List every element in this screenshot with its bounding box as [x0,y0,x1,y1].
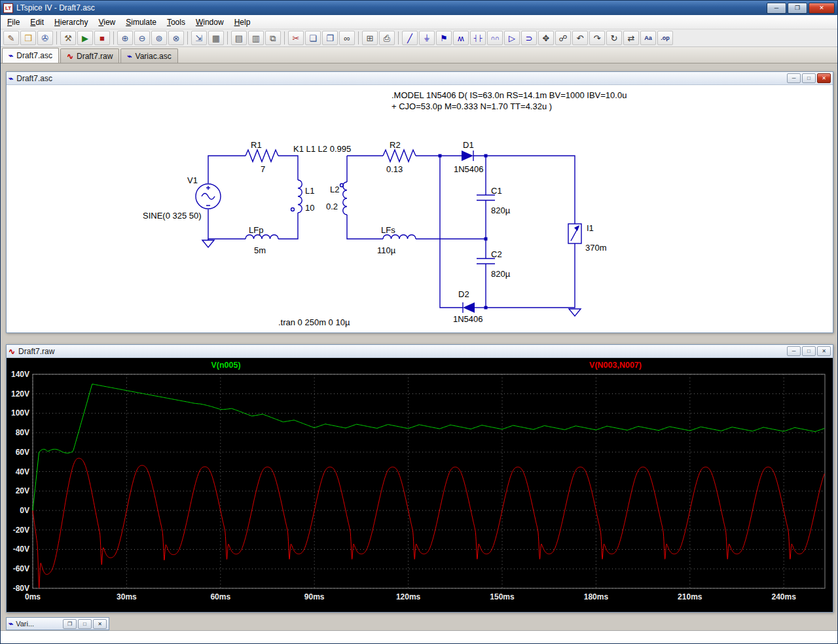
menu-view[interactable]: View [93,16,120,29]
waveform-minimize-button[interactable]: ─ [787,346,801,356]
copy-icon[interactable]: ❏ [305,31,321,45]
waveform-window: ∿ Draft7.raw ─ □ ✕ 0ms30ms60ms90ms120ms1… [6,344,833,613]
schematic-svg[interactable]: .MODEL 1N5406 D( IS=63.0n RS=14.1m BV=10… [7,85,833,332]
inductor-icon[interactable]: ∩∩ [487,31,503,45]
component-I1[interactable] [568,224,581,243]
label-net-icon[interactable]: ⚑ [436,31,452,45]
minimized-close-button[interactable]: ✕ [93,619,107,629]
waveform-window-titlebar[interactable]: ∿ Draft7.raw ─ □ ✕ [7,345,833,358]
component-C2[interactable] [477,259,495,264]
menu-edit[interactable]: Edit [25,16,49,29]
schematic-minimize-button[interactable]: ─ [787,73,801,83]
cascade-icon[interactable]: ⧉ [265,31,281,45]
schematic-doc-icon: ⌁ [127,52,132,61]
mirror-icon[interactable]: ⇄ [623,31,639,45]
x-tick-label: 120ms [396,592,421,601]
menu-help[interactable]: Help [229,16,256,29]
zoom-back-icon[interactable]: ⊖ [134,31,150,45]
ground-symbol-left[interactable] [202,240,214,247]
run-icon[interactable]: ▶ [77,31,93,45]
zoom-full-icon[interactable]: ⊚ [151,31,167,45]
component-LFs[interactable] [383,235,416,239]
grid-icon[interactable]: ▦ [208,31,224,45]
ground-symbol-right[interactable] [569,309,581,316]
menu-window[interactable]: Window [191,16,229,29]
diode-icon[interactable]: ▷ [504,31,520,45]
cut-icon[interactable]: ✂ [288,31,304,45]
component-L2[interactable] [340,182,348,215]
zoom-area-icon[interactable]: ⊗ [168,31,184,45]
menu-hierarchy[interactable]: Hierarchy [49,16,93,29]
waveform-plot[interactable]: 0ms30ms60ms90ms120ms150ms180ms210ms240ms… [7,358,833,612]
schematic-window-titlebar[interactable]: ⌁ Draft7.asc ─ □ ✕ [7,72,833,85]
svg-text:R1: R1 [251,140,262,150]
undo-icon[interactable]: ↶ [572,31,588,45]
halt-icon[interactable]: ■ [94,31,110,45]
ltspice-logo-icon: LT [3,3,13,13]
component-D1[interactable] [462,151,473,161]
waveform-close-button[interactable]: ✕ [817,346,831,356]
minimized-maximize-button[interactable]: □ [78,619,92,629]
autorange-icon[interactable]: ⇲ [191,31,207,45]
component-D2[interactable] [463,302,475,313]
svg-text:C2: C2 [491,249,502,259]
rotate-icon[interactable]: ↻ [606,31,622,45]
menu-file[interactable]: File [2,16,25,29]
save-icon[interactable]: ✇ [37,31,53,45]
component-R1[interactable] [246,150,278,162]
paste-icon[interactable]: ❐ [322,31,338,45]
component-L1[interactable] [291,180,302,213]
spice-directive-icon[interactable]: .op [657,31,673,45]
y-tick-label: 20V [16,486,29,495]
mdi-workspace: ⌁ Draft7.asc ─ □ ✕ .MODEL 1N5406 D( IS=6… [1,63,837,632]
menu-tools[interactable]: Tools [162,16,191,29]
toolbar-separator [187,31,188,45]
wire-icon[interactable]: ╱ [402,31,418,45]
resistor-icon[interactable]: ʍ [453,31,469,45]
minimize-button[interactable]: ─ [767,3,786,14]
capacitor-icon[interactable]: ┤├ [470,31,486,45]
minimized-restore-button[interactable]: ❐ [63,619,77,629]
component-C1[interactable] [477,195,495,200]
tile-horizontal-icon[interactable]: ▤ [231,31,247,45]
tab-draft7-raw[interactable]: ∿Draft7.raw [60,48,119,63]
tile-vertical-icon[interactable]: ▥ [248,31,264,45]
component-labels[interactable]: V1 SINE(0 325 50) R1 7 K1 L1 L2 0.995 L1… [143,140,607,327]
text-icon[interactable]: Aa [640,31,656,45]
move-icon[interactable]: ✥ [538,31,554,45]
junction-dots [439,154,488,310]
component-LFp[interactable] [246,235,278,239]
waveform-maximize-button[interactable]: □ [802,346,816,356]
spice-model-text[interactable]: .MODEL 1N5406 D( IS=63.0n RS=14.1m BV=10… [392,90,627,111]
waveform-pane[interactable]: 0ms30ms60ms90ms120ms150ms180ms210ms240ms… [7,358,833,612]
menu-simulate[interactable]: Simulate [120,16,162,29]
y-tick-label: 0V [20,506,29,515]
control-panel-icon[interactable]: ⚒ [60,31,76,45]
print-icon[interactable]: ⎙ [379,31,395,45]
component-R2[interactable] [383,150,416,162]
zoom-in-icon[interactable]: ⊕ [117,31,133,45]
status-bar [1,630,837,643]
tab-bar: ⌁Draft7.asc∿Draft7.raw⌁Variac.asc [1,47,837,63]
restore-button[interactable]: ❐ [788,3,807,14]
waveform-doc-icon: ∿ [9,347,15,356]
close-button[interactable]: ✕ [809,3,835,14]
svg-text:7: 7 [261,164,265,174]
schematic-maximize-button[interactable]: □ [802,73,816,83]
ground-icon[interactable]: ⏚ [419,31,435,45]
open-icon[interactable]: ❒ [20,31,36,45]
find-icon[interactable]: ∞ [339,31,355,45]
component-V1[interactable] [196,184,221,209]
schematic-window: ⌁ Draft7.asc ─ □ ✕ .MODEL 1N5406 D( IS=6… [6,71,833,333]
tab-draft7-asc[interactable]: ⌁Draft7.asc [2,48,59,63]
print-preview-icon[interactable]: ⊞ [362,31,378,45]
schematic-close-button[interactable]: ✕ [817,73,831,83]
redo-icon[interactable]: ↷ [589,31,605,45]
new-schematic-icon[interactable]: ✎ [3,31,19,45]
minimized-variac-window[interactable]: ⌁ Vari... ❐ □ ✕ [6,617,109,630]
drag-icon[interactable]: ☍ [555,31,571,45]
component-icon[interactable]: ⊃ [521,31,537,45]
tab-variac-asc[interactable]: ⌁Variac.asc [120,48,177,63]
title-bar[interactable]: LT LTspice IV - Draft7.asc ─ ❐ ✕ [1,1,837,15]
schematic-canvas[interactable]: .MODEL 1N5406 D( IS=63.0n RS=14.1m BV=10… [7,85,833,332]
